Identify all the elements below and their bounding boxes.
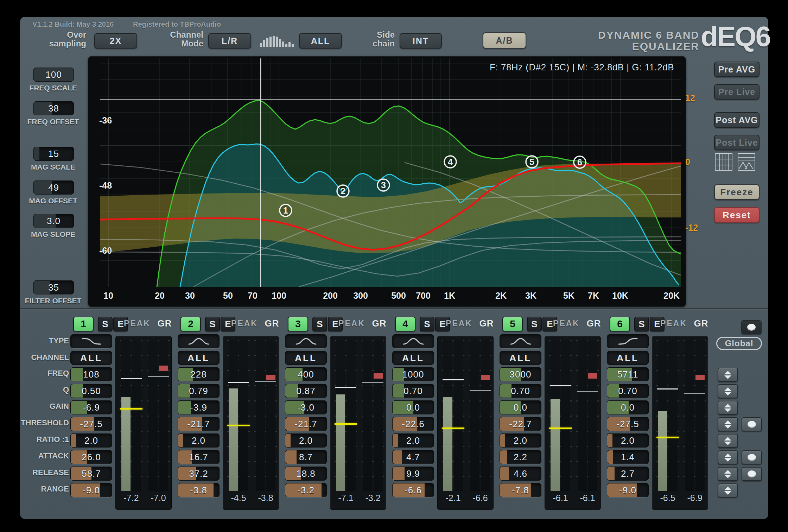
global-attack-stepper[interactable] — [718, 450, 738, 464]
pre-avg-button[interactable]: Pre AVG — [714, 62, 760, 77]
band-1-release-box[interactable]: 58.7 — [70, 467, 112, 481]
global-button[interactable]: Global — [716, 337, 762, 350]
band-1-select-button[interactable]: 1 — [73, 317, 94, 331]
band-3-range-box[interactable]: -3.2 — [285, 483, 327, 497]
band-5-solo-button[interactable]: S — [527, 317, 542, 331]
band-5-release-box[interactable]: 4.6 — [500, 467, 541, 481]
band-3-solo-button[interactable]: S — [312, 317, 327, 331]
band-6-select-button[interactable]: 6 — [610, 317, 630, 331]
band-4-freq-box[interactable]: 1000 — [392, 367, 434, 381]
band-marker-5[interactable]: 5 — [526, 156, 538, 168]
band-2-range-box[interactable]: -3.8 — [178, 483, 220, 497]
band-4-filter-type-button[interactable] — [392, 334, 434, 348]
band-2-freq-box[interactable]: 228 — [178, 367, 220, 381]
band-5-freq-box[interactable]: 3000 — [500, 367, 541, 381]
band-4-select-button[interactable]: 4 — [395, 317, 415, 331]
band-1-channel-button[interactable]: ALL — [70, 351, 112, 365]
global-attack-link-button[interactable] — [742, 450, 762, 464]
band-2-solo-button[interactable]: S — [205, 317, 220, 331]
band-3-select-button[interactable]: 3 — [288, 317, 308, 331]
band-3-channel-button[interactable]: ALL — [285, 351, 327, 365]
band-3-gain-box[interactable]: -3.0 — [285, 400, 327, 414]
band-3-freq-box[interactable]: 400 — [285, 367, 327, 381]
band-4-threshold-box[interactable]: -22.6 — [392, 417, 434, 431]
band-1-threshold-box[interactable]: -27.5 — [70, 417, 112, 431]
band-3-ratio-box[interactable]: 2.0 — [285, 433, 327, 448]
band-3-q-box[interactable]: 0.87 — [285, 384, 327, 398]
band-marker-1[interactable]: 1 — [280, 204, 292, 216]
band-6-threshold-box[interactable]: -27.5 — [607, 417, 649, 431]
band-4-ratio-box[interactable]: 2.0 — [392, 433, 434, 448]
band-4-gain-box[interactable]: 0.0 — [392, 400, 434, 414]
oversampling-button[interactable]: 2X — [94, 33, 137, 49]
band-5-ratio-box[interactable]: 2.0 — [500, 433, 541, 448]
global-freq-stepper[interactable] — [718, 368, 738, 382]
eq-graph[interactable]: 123456 F: 78Hz (D#2 15C) | M: -32.8dB | … — [88, 56, 686, 307]
band-1-filter-type-button[interactable] — [70, 334, 112, 348]
post-live-button[interactable]: Post Live — [714, 135, 760, 150]
band-6-range-box[interactable]: -9.0 — [607, 483, 649, 497]
global-release-link-button[interactable] — [742, 467, 762, 481]
band-6-solo-button[interactable]: S — [634, 317, 649, 331]
band-1-solo-button[interactable]: S — [98, 317, 113, 331]
band-3-threshold-box[interactable]: -21.7 — [285, 417, 327, 431]
pre-live-button[interactable]: Pre Live — [714, 84, 760, 100]
band-2-select-button[interactable]: 2 — [180, 317, 201, 331]
band-6-channel-button[interactable]: ALL — [607, 351, 649, 365]
band-2-channel-button[interactable]: ALL — [178, 351, 220, 365]
analyzer-channel-button[interactable]: ALL — [299, 33, 342, 49]
band-2-threshold-box[interactable]: -21.7 — [178, 417, 220, 431]
band-6-q-box[interactable]: 0.70 — [607, 384, 649, 398]
freeze-button[interactable]: Freeze — [714, 184, 760, 200]
param-mag-slope-box[interactable]: 3.0 — [33, 214, 74, 228]
ab-compare-button[interactable]: A/B — [483, 32, 526, 49]
band-marker-3[interactable]: 3 — [377, 179, 389, 191]
band-marker-6[interactable]: 6 — [574, 156, 586, 168]
band-6-release-box[interactable]: 2.7 — [607, 467, 649, 481]
band-1-range-box[interactable]: -9.0 — [70, 483, 112, 497]
global-record-button[interactable] — [741, 320, 762, 334]
band-6-ratio-box[interactable]: 2.0 — [607, 433, 649, 448]
global-ratio-stepper[interactable] — [718, 434, 738, 448]
band-6-filter-type-button[interactable] — [607, 334, 649, 348]
band-2-release-box[interactable]: 37.2 — [178, 467, 220, 481]
band-5-q-box[interactable]: 0.70 — [500, 384, 541, 398]
global-threshold-link-button[interactable] — [742, 417, 762, 431]
band-1-attack-box[interactable]: 26.0 — [70, 450, 112, 464]
band-3-attack-box[interactable]: 8.7 — [285, 450, 327, 464]
sidechain-button[interactable]: INT — [400, 33, 442, 49]
param-mag-offset-box[interactable]: 49 — [33, 180, 74, 195]
band-6-attack-box[interactable]: 1.4 — [607, 450, 649, 464]
band-1-gain-box[interactable]: -6.9 — [70, 400, 112, 414]
band-3-filter-type-button[interactable] — [285, 334, 327, 348]
band-2-filter-type-button[interactable] — [178, 334, 220, 348]
band-6-gain-box[interactable]: 0.0 — [607, 400, 649, 414]
param-filter-offset-box[interactable]: 35 — [33, 280, 74, 294]
global-threshold-stepper[interactable] — [718, 417, 738, 431]
band-6-freq-box[interactable]: 5711 — [607, 367, 649, 381]
param-freq-offset-box[interactable]: 38 — [33, 101, 74, 115]
global-q-stepper[interactable] — [718, 384, 738, 398]
post-avg-button[interactable]: Post AVG — [714, 112, 760, 128]
param-mag-scale-box[interactable]: 15 — [33, 147, 74, 161]
band-marker-4[interactable]: 4 — [444, 156, 456, 168]
band-1-q-box[interactable]: 0.50 — [70, 384, 112, 398]
band-2-ratio-box[interactable]: 2.0 — [178, 433, 220, 448]
band-4-channel-button[interactable]: ALL — [392, 351, 434, 365]
band-marker-2[interactable]: 2 — [337, 185, 349, 197]
param-freq-scale-box[interactable]: 100 — [33, 68, 74, 82]
band-5-select-button[interactable]: 5 — [502, 317, 523, 331]
channel-mode-button[interactable]: L/R — [208, 33, 251, 49]
band-5-channel-button[interactable]: ALL — [500, 351, 541, 365]
band-5-gain-box[interactable]: 0.0 — [500, 400, 541, 414]
band-4-range-box[interactable]: -6.6 — [392, 483, 434, 497]
band-4-release-box[interactable]: 9.9 — [392, 467, 434, 481]
band-1-ratio-box[interactable]: 2.0 — [70, 433, 112, 448]
global-release-stepper[interactable] — [718, 467, 738, 481]
band-5-filter-type-button[interactable] — [500, 334, 541, 348]
band-5-range-box[interactable]: -7.8 — [500, 483, 541, 497]
band-4-attack-box[interactable]: 4.7 — [392, 450, 434, 464]
global-gain-stepper[interactable] — [718, 401, 738, 415]
band-2-q-box[interactable]: 0.79 — [178, 384, 220, 398]
reset-button[interactable]: Reset — [714, 207, 760, 223]
